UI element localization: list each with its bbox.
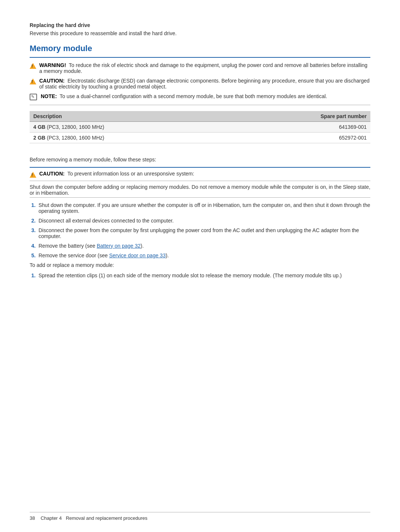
table-col-description: Description: [30, 111, 232, 122]
table-cell-spare-1: 641369-001: [232, 122, 370, 133]
caution1-label: CAUTION:: [39, 78, 64, 84]
warning-text: WARNING! To reduce the risk of electric …: [39, 62, 370, 74]
add-steps-list: Spread the retention clips (1) on each s…: [37, 272, 370, 278]
footer-chapter-number: Chapter 4: [41, 515, 62, 521]
top-divider: [30, 57, 370, 58]
caution2-notice: CAUTION: To prevent information loss or …: [30, 171, 370, 177]
table-row: 2 GB (PC3, 12800, 1600 MHz) 652972-001: [30, 133, 370, 143]
table-cell-description-1: 4 GB (PC3, 12800, 1600 MHz): [30, 122, 232, 133]
note-text: NOTE: To use a dual-channel configuratio…: [41, 93, 327, 99]
replacing-hard-drive-section: Replacing the hard drive Reverse this pr…: [30, 22, 370, 36]
step-5: Remove the service door (see Service doo…: [37, 252, 370, 258]
step-5-text-pre: Remove the service door (see: [39, 252, 109, 258]
table-header-row: Description Spare part number: [30, 111, 370, 122]
battery-link[interactable]: Battery on page 32: [97, 243, 140, 249]
step-4-text-post: ).: [141, 243, 144, 249]
note-body: To use a dual-channel configuration with…: [60, 93, 327, 99]
note-label: NOTE:: [41, 93, 57, 99]
warning-block: WARNING! To reduce the risk of electric …: [30, 62, 370, 74]
add-step-1-text: Spread the retention clips (1) on each s…: [39, 272, 342, 278]
notes-divider: [30, 105, 370, 105]
caution1-text: CAUTION: Electrostatic discharge (ESD) c…: [39, 78, 370, 90]
to-add-text: To add or replace a memory module:: [30, 262, 370, 268]
table-cell-spare-2: 652972-001: [232, 133, 370, 143]
step-3-text: Disconnect the power from the computer b…: [39, 227, 359, 239]
memory-module-heading: Memory module: [30, 44, 370, 53]
step-1: Shut down the computer. If you are unsur…: [37, 202, 370, 214]
caution2-extended-body: Shut down the computer before adding or …: [30, 181, 370, 198]
warning-triangle-icon: [30, 63, 37, 69]
add-step-1: Spread the retention clips (1) on each s…: [37, 272, 370, 278]
table-cell-desc-rest-1: (PC3, 12800, 1600 MHz): [46, 124, 104, 130]
caution2-block: CAUTION: To prevent information loss or …: [30, 167, 370, 181]
steps-list: Shut down the computer. If you are unsur…: [37, 202, 370, 258]
step-5-text-post: ).: [166, 252, 169, 258]
footer-chapter: Chapter 4 Removal and replacement proced…: [38, 515, 147, 521]
step-2-text: Disconnect all external devices connecte…: [39, 218, 174, 224]
table-cell-gb-2: 2 GB: [33, 135, 46, 141]
replacing-hard-drive-heading: Replacing the hard drive: [30, 22, 370, 28]
note-icon: [30, 94, 39, 100]
footer-page-number: 38: [30, 515, 35, 521]
caution2-label: CAUTION:: [39, 171, 64, 177]
table-col-spare-part: Spare part number: [232, 111, 370, 122]
step-4: Remove the battery (see Battery on page …: [37, 243, 370, 249]
table-cell-desc-rest-2: (PC3, 12800, 1600 MHz): [46, 135, 104, 141]
spare-parts-table: Description Spare part number 4 GB (PC3,…: [30, 111, 370, 143]
caution1-body: Electrostatic discharge (ESD) can damage…: [39, 78, 370, 90]
caution2-body: To prevent information loss or an unresp…: [67, 171, 194, 177]
footer-chapter-title: Removal and replacement procedures: [66, 515, 147, 521]
table-row: 4 GB (PC3, 12800, 1600 MHz) 641369-001: [30, 122, 370, 133]
warning-label: WARNING!: [39, 62, 66, 68]
footer: 38 Chapter 4 Removal and replacement pro…: [30, 512, 370, 521]
caution2-text: CAUTION: To prevent information loss or …: [39, 171, 194, 177]
step-3: Disconnect the power from the computer b…: [37, 227, 370, 239]
table-cell-description-2: 2 GB (PC3, 12800, 1600 MHz): [30, 133, 232, 143]
note-block: NOTE: To use a dual-channel configuratio…: [30, 93, 370, 100]
warning-body: To reduce the risk of electric shock and…: [39, 62, 367, 74]
caution2-triangle-icon: [30, 171, 37, 177]
step-2: Disconnect all external devices connecte…: [37, 218, 370, 224]
caution1-triangle-icon: [30, 78, 37, 84]
replacing-hard-drive-body: Reverse this procedure to reassemble and…: [30, 30, 370, 36]
table-cell-gb-1: 4 GB: [33, 124, 46, 130]
step-4-text-pre: Remove the battery (see: [39, 243, 97, 249]
caution1-block: CAUTION: Electrostatic discharge (ESD) c…: [30, 78, 370, 90]
step-1-text: Shut down the computer. If you are unsur…: [39, 202, 370, 214]
before-removing-text: Before removing a memory module, follow …: [30, 157, 370, 163]
service-door-link[interactable]: Service door on page 33: [109, 252, 166, 258]
